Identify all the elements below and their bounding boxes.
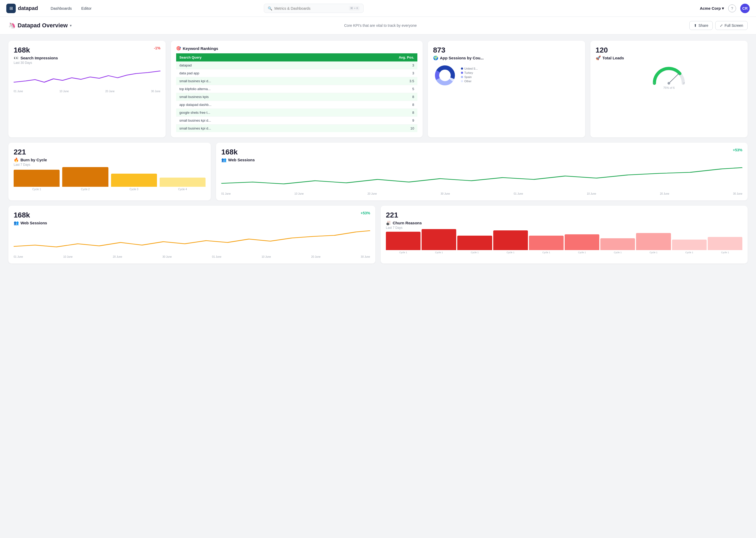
churn-bar [457,236,492,250]
churn-bar-col: Cycle 1 [386,232,420,254]
dashboard-actions: ⬆ Share ⤢ Full Screen [689,21,748,30]
company-name[interactable]: Acme Corp ▾ [700,6,724,11]
avatar[interactable]: CR [740,4,750,13]
keyword-rankings-title: Keyword Rankings [183,46,218,51]
dashboard-chevron-icon[interactable]: ▾ [70,24,72,27]
nav-dashboards[interactable]: Dashboards [46,4,76,13]
gauge-area: 75% of 6 [595,64,742,89]
nav-editor[interactable]: Editor [77,4,96,13]
total-leads-value: 120 [595,46,608,54]
row-1: 168k -1% 👀 Search Impressions Last 30 Da… [8,41,748,137]
web-sessions-top-change: +53% [733,148,742,152]
churn-bar [529,236,564,250]
total-leads-emoji: 🚀 [595,55,601,60]
search-impressions-card: 168k -1% 👀 Search Impressions Last 30 Da… [8,41,165,137]
dashboard-emoji: 🦄 [8,22,16,29]
churn-bar-label: Cycle 1 [399,251,407,254]
share-icon: ⬆ [694,24,697,27]
web-sessions-bottom-emoji: 👥 [14,220,19,225]
web-sessions-bottom-card: 168k +53% 👥 Web Sessions 01 June 10 June… [8,206,375,263]
bar-label: Cycle 4 [178,188,187,191]
search-impressions-value: 168k [14,46,30,54]
web-sessions-bottom-value: 168k [14,211,30,219]
row-2: 221 🔥 Burn by Cycle Last 7 Days Cycle 1 … [8,143,748,200]
bar-label: Cycle 2 [81,188,89,191]
web-sessions-bottom-title: Web Sessions [21,221,47,225]
bar-label: Cycle 3 [130,188,138,191]
churn-reasons-card: 221 🎳 Churn Reasons Last 7 Days Cycle 1 … [381,206,748,263]
burn-by-cycle-chart: Cycle 1 Cycle 2 Cycle 3 Cycle 4 [14,170,206,191]
fullscreen-button[interactable]: ⤢ Full Screen [715,21,748,30]
churn-bar-col: Cycle 1 [708,237,742,254]
table-row: top klipfolio alterna...5 [176,85,417,93]
churn-bar [422,229,456,250]
search-impressions-x-labels: 01 June 10 June 20 June 30 June [14,90,161,93]
logo-area[interactable]: ⊞ datapad [6,4,38,13]
web-sessions-top-chart [221,165,742,191]
kw-col-pos: Avg. Pos. [330,53,417,62]
kw-col-query: Search Query [176,53,330,62]
web-sessions-top-value: 168k [221,148,238,156]
churn-bar-label: Cycle 1 [578,251,586,254]
bar-col: Cycle 2 [62,167,108,191]
legend-item: Spain [461,76,478,79]
burn-by-cycle-value: 221 [14,148,26,156]
bar-col: Cycle 3 [111,174,157,191]
legend-dot [461,80,463,82]
keyword-rankings-emoji: 🎯 [176,46,181,51]
legend-item: Other [461,80,478,83]
help-button[interactable]: ? [728,4,736,12]
churn-bar-col: Cycle 1 [422,229,456,254]
bar [111,174,157,187]
churn-bar [386,232,420,250]
churn-bar-col: Cycle 1 [457,236,492,254]
churn-bar [600,238,635,250]
navbar: ⊞ datapad Dashboards Editor 🔍 ⌘ + K Acme… [0,0,756,17]
burn-by-cycle-title: Burn by Cycle [21,158,47,162]
legend-dot [461,76,463,78]
dashboard-subtitle: Core KPI's that are vital to track by ev… [76,24,685,27]
legend-dot [461,68,463,70]
app-sessions-donut [433,64,457,87]
churn-bar-col: Cycle 1 [529,236,564,254]
keyword-rankings-header: 🎯 Keyword Rankings [176,46,417,51]
search-input[interactable] [274,6,347,11]
web-sessions-top-emoji: 👥 [221,157,226,162]
churn-bar [672,240,707,250]
search-shortcut: ⌘ + K [349,6,359,11]
keyword-rankings-card: 🎯 Keyword Rankings Search Query Avg. Pos… [171,41,423,137]
logo-text: datapad [18,5,38,11]
total-leads-title: Total Leads [602,56,624,60]
search-bar[interactable]: 🔍 ⌘ + K [264,4,363,13]
web-sessions-top-title: Web Sessions [228,158,255,162]
churn-bar [636,233,671,250]
burn-by-cycle-subtitle: Last 7 Days [14,163,206,167]
churn-bar-label: Cycle 1 [685,251,693,254]
web-sessions-bottom-change: +53% [361,211,370,215]
app-sessions-value: 873 [433,46,446,54]
table-row: small busines kpi d...10 [176,125,417,133]
web-sessions-bottom-x-labels: 01 June 10 June 20 June 30 June 01 June … [14,255,370,258]
main-content: 168k -1% 👀 Search Impressions Last 30 Da… [0,34,756,275]
table-row: app datapad dashb...8 [176,101,417,109]
dashboard-header: 🦄 Datapad Overview ▾ Core KPI's that are… [0,17,756,34]
total-leads-card: 120 🚀 Total Leads 75% of 6 [591,41,748,137]
keyword-rankings-table: Search Query Avg. Pos. datapad3data pad … [176,53,417,132]
churn-bar-label: Cycle 1 [650,251,658,254]
churn-bar-label: Cycle 1 [435,251,443,254]
churn-bar-label: Cycle 1 [614,251,622,254]
churn-bar [708,237,742,250]
table-row: small business kpis8 [176,93,417,101]
churn-bar-col: Cycle 1 [493,230,528,254]
row-3: 168k +53% 👥 Web Sessions 01 June 10 June… [8,206,748,263]
web-sessions-top-x-labels: 01 June 10 June 20 June 30 June 01 June … [221,192,742,195]
chevron-down-icon: ▾ [722,6,724,11]
share-button[interactable]: ⬆ Share [689,21,713,30]
nav-links: Dashboards Editor [46,4,96,13]
bar [160,178,206,187]
table-row: google shets free t...8 [176,109,417,117]
legend-dot [461,72,463,74]
burn-by-cycle-emoji: 🔥 [14,157,19,162]
web-sessions-bottom-chart [14,228,370,254]
churn-bar-label: Cycle 1 [542,251,550,254]
